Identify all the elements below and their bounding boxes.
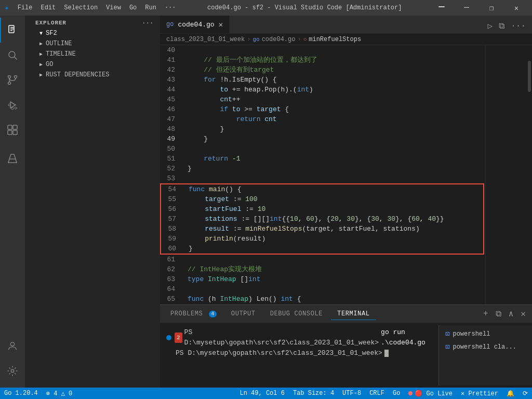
bell-icon: 🔔 (507, 390, 514, 397)
code-scroll-area[interactable]: 40 41 // 最后一个加油站的位置，都达到了 42 // 但还没有到targ… (160, 45, 485, 304)
code-line-62: 62 // IntHeap实现大根堆 (160, 264, 485, 274)
status-prettier[interactable]: ✕ Prettier (457, 388, 502, 399)
line-number: 40 (160, 45, 183, 55)
line-endings-label: CRLF (369, 390, 384, 397)
code-line-50: 50 (160, 144, 485, 154)
line-number: 60 (161, 244, 184, 254)
sidebar-item-timeline[interactable]: ▶ TIMELINE (25, 49, 160, 59)
status-encoding[interactable]: UTF-8 (338, 388, 365, 399)
chevron-right-icon: ▶ (39, 72, 43, 78)
line-content: func main() { (184, 184, 241, 194)
status-language[interactable]: Go (389, 388, 404, 399)
activity-extensions[interactable] (0, 117, 25, 142)
status-errors-warnings[interactable]: ⊗ 4 △ 0 (42, 388, 76, 399)
line-content (183, 144, 188, 154)
activity-settings[interactable] (0, 358, 25, 383)
sidebar-item-go[interactable]: ▶ GO (25, 59, 160, 70)
svg-rect-5 (10, 30, 12, 31)
maximize-panel-icon[interactable]: ∧ (507, 308, 516, 320)
code-line-47: 47 return cnt (160, 114, 485, 124)
breadcrumb-sep2: › (297, 36, 301, 43)
panel-tab-output[interactable]: OUTPUT (225, 308, 262, 320)
sidebar-overflow-button[interactable]: ··· (142, 20, 154, 26)
sidebar-explorer-header[interactable]: EXPLORER ··· (25, 16, 160, 28)
close-button[interactable]: ✕ (505, 0, 528, 16)
breadcrumb-file[interactable]: code04.go (262, 36, 296, 43)
terminal-entry-powershell[interactable]: ⊡ powershell (439, 327, 532, 340)
menu-overflow[interactable]: ··· (162, 3, 179, 12)
activity-run-debug[interactable] (0, 92, 25, 117)
panel-tab-terminal-label: TERMINAL (337, 310, 369, 317)
terminal-entry-powershell-2[interactable]: ⊡ powershell cla... (439, 340, 532, 353)
new-terminal-icon[interactable]: + (481, 308, 490, 320)
menu-selection[interactable]: Selection (61, 3, 101, 12)
menu-edit[interactable]: Edit (37, 3, 59, 12)
activity-explorer[interactable] (0, 18, 25, 43)
status-cursor-position[interactable]: Ln 49, Col 6 (235, 388, 288, 399)
line-number: 48 (160, 124, 183, 134)
status-go-live[interactable]: 🔴 Go Live (404, 388, 457, 399)
terminal-area[interactable]: 2 PS D:\mysetup\gopath\src\sf2\class_202… (160, 325, 438, 385)
code-line-45: 45 cnt++ (160, 95, 485, 104)
run-icon[interactable]: ▷ (486, 19, 495, 33)
split-terminal-icon[interactable]: ⧉ (494, 308, 503, 320)
status-line-endings[interactable]: CRLF (365, 388, 389, 399)
menu-view[interactable]: View (103, 3, 124, 12)
more-actions-icon[interactable]: ··· (509, 19, 528, 33)
breadcrumb-function[interactable]: minRefuelStops (309, 36, 361, 43)
panel-tab-terminal[interactable]: TERMINAL (331, 308, 376, 320)
line-number: 55 (161, 194, 184, 204)
line-content: println(result) (184, 234, 265, 244)
menu-run[interactable]: Run (142, 3, 159, 12)
panel-tab-debug-console[interactable]: DEBUG CONSOLE (264, 308, 329, 320)
status-go-version[interactable]: Go 1.20.4 (0, 388, 42, 399)
code-line-49: 49 } (160, 134, 485, 144)
tab-close-button[interactable]: ✕ (219, 20, 223, 29)
sidebar-go-label: GO (46, 61, 53, 68)
restore-button[interactable]: ❐ (480, 0, 503, 16)
tab-code04[interactable]: go code04.go ✕ (160, 16, 230, 33)
line-content: to += heap.Pop(h).(int) (183, 85, 313, 95)
breadcrumb-sep1: › (247, 36, 250, 43)
activity-test[interactable] (0, 147, 25, 171)
panel-tab-problems[interactable]: PROBLEMS 4 (164, 308, 223, 320)
line-content (183, 284, 188, 294)
code-line-54: 54 func main() { (161, 184, 483, 194)
line-number: 56 (161, 204, 184, 214)
sidebar-item-sf2[interactable]: ▼ SF2 (25, 28, 160, 38)
code-line-61: 61 (160, 255, 485, 264)
activity-search[interactable] (0, 43, 25, 68)
errors-warnings-label: ⊗ 4 △ 0 (46, 390, 72, 397)
warning-icon: △ (61, 390, 65, 397)
menu-file[interactable]: File (15, 3, 36, 12)
breadcrumb: class_2023_01_01_week › go code04.go › ○… (160, 34, 532, 45)
status-tab-size[interactable]: Tab Size: 4 (289, 388, 338, 399)
breadcrumb-fn-icon: ○ (303, 36, 307, 43)
close-panel-icon[interactable]: ✕ (518, 308, 528, 320)
sidebar-item-rust-dependencies[interactable]: ▶ RUST DEPENDENCIES (25, 70, 160, 80)
minimize-button[interactable]: ─ (455, 0, 478, 16)
breadcrumb-folder[interactable]: class_2023_01_01_week (166, 36, 245, 43)
panel-content: 2 PS D:\mysetup\gopath\src\sf2\class_202… (160, 323, 532, 388)
panel-tab-problems-label: PROBLEMS (170, 310, 203, 317)
split-editor-icon[interactable]: ⧉ (497, 19, 507, 33)
scrollbar-thumb[interactable] (528, 61, 531, 92)
sidebar-item-outline[interactable]: ▶ OUTLINE (25, 38, 160, 49)
menu-bar: File Edit Selection View Go Run ··· (15, 3, 179, 12)
cursor-position-label: Ln 49, Col 6 (240, 390, 284, 397)
sidebar-timeline-label: TIMELINE (46, 50, 76, 58)
line-content (183, 45, 188, 55)
svg-rect-3 (10, 27, 14, 28)
chevron-right-icon: ▶ (39, 61, 43, 68)
status-feedback[interactable]: ⟳ (518, 388, 532, 399)
terminal-entry-label-2: powershell cla... (453, 343, 516, 351)
vertical-scrollbar[interactable] (527, 45, 532, 304)
chevron-right-icon: ▶ (39, 41, 43, 47)
terminal-entry-label: powershell (453, 330, 490, 338)
line-number: 58 (161, 224, 184, 234)
activity-source-control[interactable] (0, 68, 25, 92)
activity-accounts[interactable] (0, 334, 25, 358)
status-notifications[interactable]: 🔔 (502, 388, 518, 399)
menu-go[interactable]: Go (126, 3, 140, 12)
svg-point-9 (8, 82, 11, 85)
